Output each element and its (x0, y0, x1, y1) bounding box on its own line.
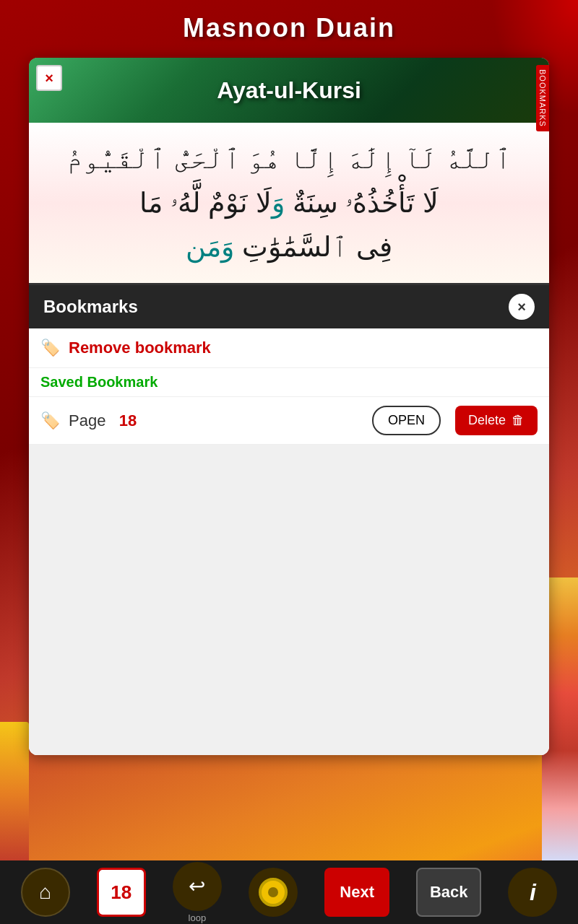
app-header: Masnoon Duain (0, 0, 578, 51)
back-button[interactable]: Back (416, 868, 481, 917)
bottom-navigation: ⌂ 18 ↩ loop Next Back i (0, 860, 578, 924)
bookmarks-close-button[interactable]: × (509, 294, 535, 320)
record-dot (268, 887, 278, 897)
trash-icon: 🗑 (512, 413, 525, 428)
home-btn-circle: ⌂ (21, 868, 70, 917)
close-icon: × (45, 70, 53, 87)
arabic-line-2: لَا تَأْخُذُهُۥ سِنَةٌ وَلَا نَوْمٌ لَّه… (51, 181, 527, 225)
bookmarks-panel-header: Bookmarks × (29, 285, 549, 328)
quran-page-title: Ayat-ul-Kursi (217, 77, 361, 104)
arabic-text-area: ٱللَّهُ لَآ إِلَٰهَ إِلَّا هُوَ ٱلْحَىُّ… (29, 123, 549, 285)
remove-bookmark-icon: 🏷️ (40, 339, 60, 357)
page-number-display[interactable]: 18 (97, 868, 146, 917)
remove-bookmark-row[interactable]: 🏷️ Remove bookmark (29, 328, 549, 368)
bookmarks-panel-title: Bookmarks (43, 297, 138, 317)
app-title: Masnoon Duain (183, 13, 395, 43)
loop-btn-circle: ↩ (173, 862, 222, 911)
bookmark-list-area: 🏷️ Remove bookmark Saved Bookmark 🏷️ Pag… (29, 328, 549, 755)
bookmark-page-number: 18 (119, 411, 137, 430)
loop-button[interactable]: ↩ loop (173, 862, 222, 923)
page-label: Page (69, 411, 105, 430)
bookmark-tab[interactable]: BOOKMARKS (536, 65, 549, 131)
quran-header: × Ayat-ul-Kursi BOOKMARKS (29, 58, 549, 123)
loop-icon: ↩ (189, 874, 205, 898)
page-number-box: 18 (97, 868, 146, 917)
record-inner (259, 878, 288, 907)
bookmark-tab-label: BOOKMARKS (538, 69, 547, 127)
bg-decoration-bottom-left (0, 722, 29, 866)
delete-button-label: Delete (468, 413, 506, 428)
arabic-teal-word: وَ (272, 188, 285, 218)
arabic-line-3: فِى ٱلسَّمَٰوَٰتِ وَمَن (51, 225, 527, 269)
record-button[interactable] (249, 868, 298, 917)
open-bookmark-button[interactable]: OPEN (372, 406, 441, 435)
bookmarks-close-icon: × (517, 299, 526, 315)
back-button-label: Back (430, 883, 468, 902)
info-button[interactable]: i (508, 868, 557, 917)
bookmark-entry-icon: 🏷️ (40, 411, 60, 430)
bookmark-empty-area (29, 445, 549, 755)
arabic-teal-word-2: وَمَن (186, 232, 234, 262)
saved-bookmark-text: Saved Bookmark (40, 374, 158, 390)
loop-label: loop (189, 912, 207, 923)
next-button-label: Next (340, 883, 374, 902)
arabic-line-1: ٱللَّهُ لَآ إِلَٰهَ إِلَّا هُوَ ٱلْحَىُّ… (51, 137, 527, 181)
record-btn-circle (249, 868, 298, 917)
open-button-label: OPEN (388, 413, 425, 427)
info-icon: i (530, 879, 536, 906)
saved-bookmark-label: Saved Bookmark (29, 368, 549, 397)
bookmark-entry-row: 🏷️ Page 18 OPEN Delete 🗑 (29, 397, 549, 445)
bookmark-page-text: Page 18 (69, 411, 358, 430)
home-button[interactable]: ⌂ (21, 868, 70, 917)
delete-bookmark-button[interactable]: Delete 🗑 (455, 406, 538, 435)
page-number-text: 18 (111, 881, 131, 904)
home-icon: ⌂ (39, 881, 51, 904)
main-modal: × Ayat-ul-Kursi BOOKMARKS ٱللَّهُ لَآ إِ… (29, 58, 549, 755)
close-button[interactable]: × (36, 65, 62, 91)
next-button[interactable]: Next (324, 868, 389, 917)
remove-bookmark-text: Remove bookmark (69, 339, 211, 357)
